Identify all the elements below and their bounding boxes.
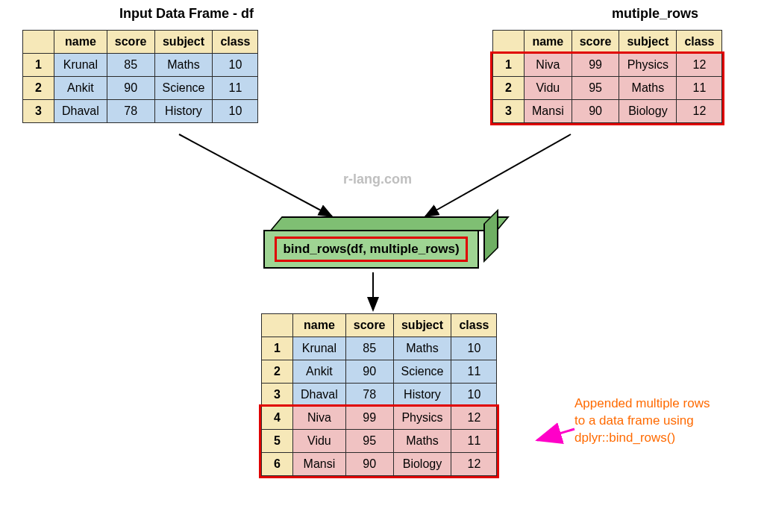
row-index: 3 bbox=[493, 100, 525, 123]
col-header-subject: subject bbox=[154, 31, 213, 54]
cell-score: 90 bbox=[572, 100, 619, 123]
cell-class: 12 bbox=[677, 54, 722, 77]
cell-name: Krunal bbox=[293, 337, 346, 360]
function-box: bind_rows(df, multiple_rows) bbox=[263, 216, 491, 272]
cell-class: 12 bbox=[451, 407, 497, 430]
cell-class: 10 bbox=[451, 384, 497, 407]
annotation-line-1: Appended multiple rows bbox=[574, 395, 710, 413]
arrow-mr-to-func bbox=[425, 134, 571, 216]
cell-class: 10 bbox=[213, 54, 258, 77]
table-row: 1Krunal85Maths10 bbox=[23, 54, 258, 77]
cell-name: Ankit bbox=[54, 77, 107, 100]
cell-name: Niva bbox=[525, 54, 572, 77]
col-header-name: name bbox=[525, 31, 572, 54]
cell-name: Vidu bbox=[525, 77, 572, 100]
df-table: namescoresubjectclass1Krunal85Maths102An… bbox=[22, 30, 258, 123]
cell-score: 99 bbox=[345, 407, 393, 430]
cell-score: 78 bbox=[345, 384, 393, 407]
cell-subject: History bbox=[393, 384, 451, 407]
row-index: 2 bbox=[493, 77, 525, 100]
cell-name: Vidu bbox=[293, 430, 346, 453]
row-index: 1 bbox=[23, 54, 54, 77]
arrow-df-to-func bbox=[179, 134, 332, 216]
cell-score: 90 bbox=[345, 453, 393, 476]
cell-score: 78 bbox=[107, 100, 154, 123]
col-header-name: name bbox=[293, 314, 346, 337]
cell-score: 85 bbox=[107, 54, 154, 77]
cell-subject: Physics bbox=[393, 407, 451, 430]
row-index: 2 bbox=[23, 77, 54, 100]
cell-subject: Maths bbox=[619, 77, 677, 100]
table-row: 2Vidu95Maths11 bbox=[493, 77, 722, 100]
table-row: 1Niva99Physics12 bbox=[493, 54, 722, 77]
cell-name: Mansi bbox=[525, 100, 572, 123]
cell-score: 90 bbox=[345, 360, 393, 384]
row-index: 1 bbox=[262, 337, 293, 360]
box-3d-front: bind_rows(df, multiple_rows) bbox=[263, 230, 479, 269]
cell-score: 95 bbox=[572, 77, 619, 100]
cell-name: Mansi bbox=[293, 453, 346, 476]
cell-subject: Biology bbox=[619, 100, 677, 123]
table-row: 3Dhaval78History10 bbox=[23, 100, 258, 123]
row-index: 6 bbox=[262, 453, 293, 476]
cell-class: 11 bbox=[451, 430, 497, 453]
table-row: 6Mansi90Biology12 bbox=[262, 453, 497, 476]
table-corner bbox=[493, 31, 525, 54]
table-row: 3Mansi90Biology12 bbox=[493, 100, 722, 123]
box-3d-top bbox=[269, 216, 510, 231]
col-header-score: score bbox=[572, 31, 619, 54]
col-header-score: score bbox=[107, 31, 154, 54]
cell-score: 99 bbox=[572, 54, 619, 77]
cell-name: Ankit bbox=[293, 360, 346, 384]
cell-class: 12 bbox=[677, 100, 722, 123]
table-row: 5Vidu95Maths11 bbox=[262, 430, 497, 453]
row-index: 3 bbox=[23, 100, 54, 123]
cell-score: 95 bbox=[345, 430, 393, 453]
arrow-annotation bbox=[537, 429, 574, 440]
result-table: namescoresubjectclass1Krunal85Maths102An… bbox=[261, 313, 497, 476]
col-header-name: name bbox=[54, 31, 107, 54]
cell-subject: Biology bbox=[393, 453, 451, 476]
function-call-text: bind_rows(df, multiple_rows) bbox=[275, 237, 467, 262]
cell-class: 12 bbox=[451, 453, 497, 476]
cell-subject: Maths bbox=[393, 337, 451, 360]
table-row: 3Dhaval78History10 bbox=[262, 384, 497, 407]
cell-subject: Maths bbox=[393, 430, 451, 453]
cell-subject: Maths bbox=[154, 54, 213, 77]
cell-class: 11 bbox=[677, 77, 722, 100]
cell-subject: History bbox=[154, 100, 213, 123]
cell-class: 10 bbox=[213, 100, 258, 123]
cell-name: Dhaval bbox=[293, 384, 346, 407]
row-index: 2 bbox=[262, 360, 293, 384]
cell-name: Niva bbox=[293, 407, 346, 430]
annotation-line-3: dplyr::bind_rows() bbox=[574, 430, 710, 447]
table-corner bbox=[23, 31, 54, 54]
table-row: 2Ankit90Science11 bbox=[23, 77, 258, 100]
row-index: 3 bbox=[262, 384, 293, 407]
annotation-text: Appended multiple rows to a data frame u… bbox=[574, 395, 710, 447]
col-header-class: class bbox=[213, 31, 258, 54]
df-title: Input Data Frame - df bbox=[119, 6, 254, 22]
row-index: 1 bbox=[493, 54, 525, 77]
table-row: 4Niva99Physics12 bbox=[262, 407, 497, 430]
row-index: 5 bbox=[262, 430, 293, 453]
col-header-score: score bbox=[345, 314, 393, 337]
cell-score: 90 bbox=[107, 77, 154, 100]
table-row: 2Ankit90Science11 bbox=[262, 360, 497, 384]
table-corner bbox=[262, 314, 293, 337]
col-header-class: class bbox=[451, 314, 497, 337]
annotation-line-2: to a data frame using bbox=[574, 413, 710, 430]
multiple-rows-table: namescoresubjectclass1Niva99Physics122Vi… bbox=[492, 30, 722, 123]
cell-name: Dhaval bbox=[54, 100, 107, 123]
cell-class: 10 bbox=[451, 337, 497, 360]
cell-class: 11 bbox=[451, 360, 497, 384]
cell-subject: Physics bbox=[619, 54, 677, 77]
cell-subject: Science bbox=[393, 360, 451, 384]
cell-score: 85 bbox=[345, 337, 393, 360]
col-header-subject: subject bbox=[393, 314, 451, 337]
table-row: 1Krunal85Maths10 bbox=[262, 337, 497, 360]
cell-name: Krunal bbox=[54, 54, 107, 77]
cell-class: 11 bbox=[213, 77, 258, 100]
col-header-subject: subject bbox=[619, 31, 677, 54]
cell-subject: Science bbox=[154, 77, 213, 100]
